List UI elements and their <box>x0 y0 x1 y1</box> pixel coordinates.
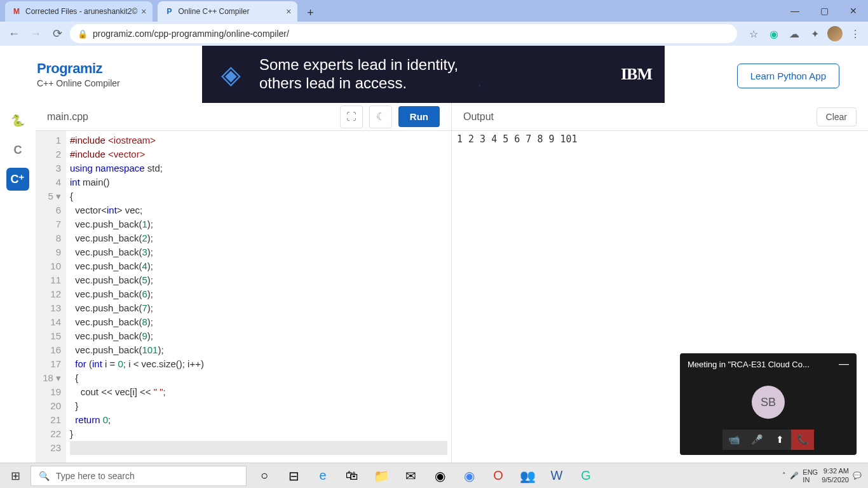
profile-avatar[interactable] <box>827 26 843 41</box>
language-sidebar: 🐍 C C⁺ <box>0 103 36 463</box>
lock-icon: 🔒 <box>78 29 88 39</box>
line-gutter: 12345 ▾6789101112131415161718 ▾192021222… <box>36 131 66 463</box>
python-lang-icon[interactable]: 🐍 <box>6 109 29 132</box>
programiz-logo[interactable]: Programiz C++ Online Compiler <box>37 60 120 88</box>
output-label: Output <box>463 111 494 123</box>
minimize-button[interactable]: — <box>780 0 810 22</box>
tab-title: Corrected Files - aruneshankit2© <box>25 7 137 16</box>
url-input[interactable]: 🔒 programiz.com/cpp-programming/online-c… <box>70 24 737 43</box>
run-button[interactable]: Run <box>398 106 440 127</box>
grammarly-tb-icon[interactable]: G <box>573 464 599 488</box>
logo-subtitle: C++ Online Compiler <box>37 78 120 88</box>
output-toolbar: Output Clear <box>452 103 868 131</box>
window-controls: — ▢ ✕ <box>780 0 868 22</box>
teams-controls: 📹 🎤 ⬆ 📞 <box>680 430 857 455</box>
minimize-icon[interactable]: — <box>839 358 849 370</box>
grammarly-icon[interactable]: ◉ <box>766 26 782 41</box>
browser-titlebar: M Corrected Files - aruneshankit2© × P O… <box>0 0 868 22</box>
teams-popup-header: Meeting in "RCA-E31 Cloud Co... — <box>680 353 857 375</box>
programiz-icon: P <box>164 6 174 17</box>
c-lang-icon[interactable]: C <box>6 139 29 161</box>
url-text: programiz.com/cpp-programming/online-com… <box>93 29 289 39</box>
start-button[interactable]: ⊞ <box>0 463 31 489</box>
chrome-icon[interactable]: ◉ <box>427 464 452 488</box>
camera-off-icon[interactable]: 📹 <box>722 430 745 450</box>
mail-icon[interactable]: ✉ <box>398 464 423 488</box>
code-editor[interactable]: 12345 ▾6789101112131415161718 ▾192021222… <box>36 131 451 463</box>
windows-taskbar: ⊞ 🔍 Type here to search ○ ⊟ e 🛍 📁 ✉ ◉ ◉ … <box>0 463 868 488</box>
extensions: ☆ ◉ ☁ ✦ ⋮ <box>746 26 863 41</box>
browser-tab-gmail[interactable]: M Corrected Files - aruneshankit2© × <box>5 1 153 22</box>
language-indicator[interactable]: ENG IN <box>803 468 818 484</box>
code-body[interactable]: #include <iostream>#include <vector>usin… <box>66 131 451 463</box>
clock[interactable]: 9:32 AM 9/5/2020 <box>822 467 849 484</box>
word-icon[interactable]: W <box>544 464 569 488</box>
tray-chevron-icon[interactable]: ˄ <box>782 471 786 480</box>
ad-text: Some experts lead in identity, others le… <box>259 56 458 93</box>
puzzle-icon[interactable]: ✦ <box>807 26 822 41</box>
close-icon[interactable]: × <box>286 6 291 17</box>
reload-button[interactable]: ⟳ <box>48 25 66 43</box>
gmail-icon: M <box>11 6 22 17</box>
ie-icon[interactable]: e <box>310 464 336 488</box>
cortana-icon[interactable]: ○ <box>252 464 277 488</box>
star-icon[interactable]: ☆ <box>746 26 761 41</box>
editor-panel: main.cpp ⛶ ☾ Run 12345 ▾6789101112131415… <box>36 103 451 463</box>
taskbar-search[interactable]: 🔍 Type here to search <box>31 466 247 486</box>
learn-python-button[interactable]: Learn Python App <box>737 64 839 88</box>
logo-text: Programiz <box>37 60 120 77</box>
browser-tab-programiz[interactable]: P Online C++ Compiler × <box>158 1 297 22</box>
close-window-button[interactable]: ✕ <box>839 0 868 22</box>
teams-body: SB <box>680 375 857 430</box>
teams-icon[interactable]: 👥 <box>515 464 540 488</box>
extension-icon[interactable]: ☁ <box>787 26 802 41</box>
taskbar-apps: ○ ⊟ e 🛍 📁 ✉ ◉ ◉ O 👥 W G <box>252 463 599 489</box>
mic-tray-icon[interactable]: 🎤 <box>790 471 799 480</box>
share-icon[interactable]: ⬆ <box>768 430 791 450</box>
taskview-icon[interactable]: ⊟ <box>281 464 306 488</box>
editor-toolbar: main.cpp ⛶ ☾ Run <box>36 103 451 131</box>
new-tab-button[interactable]: + <box>301 4 319 22</box>
filename-label: main.cpp <box>47 111 88 123</box>
notifications-icon[interactable]: 💬 <box>853 471 862 480</box>
search-placeholder: Type here to search <box>56 471 135 481</box>
opera-icon[interactable]: O <box>485 464 511 488</box>
participant-avatar: SB <box>752 386 785 419</box>
teams-meeting-popup[interactable]: Meeting in "RCA-E31 Cloud Co... — SB 📹 🎤… <box>680 353 857 455</box>
menu-icon[interactable]: ⋮ <box>848 26 863 41</box>
chromium-icon[interactable]: ◉ <box>456 464 482 488</box>
page-content: Programiz C++ Online Compiler ◈ Some exp… <box>0 46 868 463</box>
ibm-logo: IBM <box>621 65 652 84</box>
fullscreen-button[interactable]: ⛶ <box>340 105 363 128</box>
mic-off-icon[interactable]: 🎤 <box>745 430 768 450</box>
tab-title: Online C++ Compiler <box>178 7 249 16</box>
theme-toggle-button[interactable]: ☾ <box>369 105 392 128</box>
back-button[interactable]: ← <box>5 25 23 43</box>
teams-title: Meeting in "RCA-E31 Cloud Co... <box>688 360 810 369</box>
forward-button[interactable]: → <box>27 25 44 43</box>
maximize-button[interactable]: ▢ <box>810 0 839 22</box>
search-icon: 🔍 <box>39 471 50 481</box>
hangup-button[interactable]: 📞 <box>791 430 814 450</box>
system-tray: ˄ 🎤 ENG IN 9:32 AM 9/5/2020 💬 <box>782 467 868 484</box>
close-icon[interactable]: × <box>141 6 146 17</box>
store-icon[interactable]: 🛍 <box>339 464 365 488</box>
page-header: Programiz C++ Online Compiler ◈ Some exp… <box>0 46 868 103</box>
cpp-lang-icon[interactable]: C⁺ <box>6 168 29 191</box>
ad-icon: ◈ <box>215 58 247 90</box>
ad-banner[interactable]: ◈ Some experts lead in identity, others … <box>202 46 665 103</box>
explorer-icon[interactable]: 📁 <box>369 464 394 488</box>
address-bar: ← → ⟳ 🔒 programiz.com/cpp-programming/on… <box>0 22 868 46</box>
clear-button[interactable]: Clear <box>817 107 857 126</box>
